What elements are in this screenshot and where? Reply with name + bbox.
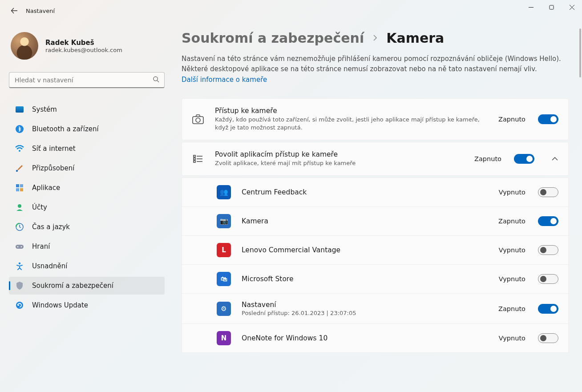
sidebar-item-personalization[interactable]: Přizpůsobení xyxy=(9,159,165,177)
app-toggle[interactable] xyxy=(538,245,558,255)
sidebar-item-label: Síť a internet xyxy=(32,145,76,153)
allow-apps-card[interactable]: Povolit aplikacím přístup ke kameře Zvol… xyxy=(182,142,569,176)
svg-rect-9 xyxy=(16,184,19,187)
svg-point-7 xyxy=(19,150,20,152)
card-title: Přístup ke kameře xyxy=(215,107,488,115)
camera-access-toggle[interactable] xyxy=(538,114,558,124)
sidebar-item-label: Usnadnění xyxy=(32,262,67,270)
sidebar-item-update[interactable]: Windows Update xyxy=(9,296,165,314)
window-controls xyxy=(521,0,582,14)
app-row: LLenovo Commercial VantageVypnuto xyxy=(182,236,569,265)
app-toggle[interactable] xyxy=(538,274,558,284)
toggle-state-label: Zapnuto xyxy=(474,155,501,162)
back-button[interactable] xyxy=(10,6,19,15)
app-toggle[interactable] xyxy=(538,304,558,314)
app-icon: L xyxy=(217,243,231,257)
sidebar-item-privacy[interactable]: Soukromí a zabezpečení xyxy=(9,277,165,295)
sidebar-item-gaming[interactable]: Hraní xyxy=(9,238,165,255)
avatar xyxy=(11,32,38,60)
sidebar-item-accounts[interactable]: Účty xyxy=(9,198,165,216)
app-icon: 🛍 xyxy=(217,272,231,286)
user-profile[interactable]: Radek Kubeš radek.kubes@outlook.com xyxy=(9,32,165,60)
svg-point-16 xyxy=(17,246,19,247)
scrollbar[interactable] xyxy=(579,28,581,77)
app-icon: ⚙ xyxy=(217,302,231,316)
app-row: 🛍Microsoft StoreVypnuto xyxy=(182,265,569,294)
svg-line-5 xyxy=(157,81,159,82)
sidebar-item-apps[interactable]: Aplikace xyxy=(9,179,165,197)
accessibility-icon xyxy=(15,262,24,271)
svg-rect-22 xyxy=(194,155,195,157)
app-row: ⚙NastaveníPoslední přístup: 26.01.2023 |… xyxy=(182,294,569,324)
app-row: 👥Centrum FeedbackVypnuto xyxy=(182,178,569,207)
breadcrumb-parent[interactable]: Soukromí a zabezpečení xyxy=(182,30,364,46)
app-name: Kamera xyxy=(242,217,488,225)
toggle-state-label: Zapnuto xyxy=(498,116,525,123)
chevron-up-icon[interactable] xyxy=(551,154,558,163)
main-content: Soukromí a zabezpečení Kamera Nastavení … xyxy=(174,21,582,392)
sidebar-item-network[interactable]: Síť a internet xyxy=(9,140,165,158)
shield-icon xyxy=(15,281,24,290)
svg-rect-15 xyxy=(16,245,24,249)
sidebar-item-label: Hraní xyxy=(32,242,50,251)
window-title: Nastavení xyxy=(26,8,55,14)
app-toggle[interactable] xyxy=(538,333,558,343)
list-icon xyxy=(192,155,204,163)
app-toggle[interactable] xyxy=(538,216,558,226)
learn-more-link[interactable]: Další informace o kameře xyxy=(182,75,267,85)
svg-point-13 xyxy=(18,204,21,208)
gamepad-icon xyxy=(15,242,24,251)
search-icon xyxy=(153,76,159,85)
camera-icon xyxy=(192,114,204,124)
svg-point-8 xyxy=(16,170,18,172)
sidebar-item-bluetooth[interactable]: Bluetooth a zařízení xyxy=(9,120,165,138)
toggle-state-label: Vypnuto xyxy=(499,275,525,283)
svg-rect-27 xyxy=(194,158,195,160)
app-row: 📷KameraZapnuto xyxy=(182,207,569,236)
allow-apps-toggle[interactable] xyxy=(514,154,534,164)
page-description: Nastavení na této stránce vám neznemožňu… xyxy=(182,54,569,85)
titlebar: Nastavení xyxy=(0,0,582,21)
sidebar-item-accessibility[interactable]: Usnadnění xyxy=(9,257,165,275)
svg-point-4 xyxy=(154,77,158,81)
app-name: OneNote for Windows 10 xyxy=(242,334,488,342)
sidebar-item-label: Windows Update xyxy=(32,301,88,309)
sidebar-item-system[interactable]: Systém xyxy=(9,101,165,118)
close-button[interactable] xyxy=(562,0,582,14)
card-title: Povolit aplikacím přístup ke kameře xyxy=(215,150,464,158)
sidebar-item-time[interactable]: Čas a jazyk xyxy=(9,218,165,236)
sidebar-item-label: Aplikace xyxy=(32,184,60,192)
toggle-state-label: Zapnuto xyxy=(498,305,525,312)
app-name: Nastavení xyxy=(242,301,488,309)
wifi-icon xyxy=(15,144,24,153)
app-icon: 👥 xyxy=(217,185,231,199)
breadcrumb-current: Kamera xyxy=(386,30,444,46)
paintbrush-icon xyxy=(15,164,24,173)
breadcrumb: Soukromí a zabezpečení Kamera xyxy=(182,30,569,46)
app-name: Microsoft Store xyxy=(242,275,488,283)
app-row: NOneNote for Windows 10Vypnuto xyxy=(182,324,569,353)
svg-point-17 xyxy=(21,246,22,247)
monitor-icon xyxy=(15,105,24,114)
svg-point-18 xyxy=(19,263,20,264)
toggle-state-label: Zapnuto xyxy=(498,218,525,225)
search-input[interactable] xyxy=(9,72,165,88)
maximize-button[interactable] xyxy=(541,0,562,14)
search-box xyxy=(9,72,165,88)
chevron-right-icon xyxy=(372,33,378,43)
minimize-button[interactable] xyxy=(521,0,541,14)
app-toggle[interactable] xyxy=(538,187,558,197)
svg-point-21 xyxy=(196,118,200,122)
person-icon xyxy=(15,203,24,212)
app-subtitle: Poslední přístup: 26.01.2023 | 23:07:05 xyxy=(242,310,488,316)
update-icon xyxy=(15,301,24,310)
user-name: Radek Kubeš xyxy=(45,39,122,47)
nav: Systém Bluetooth a zařízení Síť a intern… xyxy=(9,101,165,314)
svg-rect-1 xyxy=(550,5,554,9)
svg-point-19 xyxy=(16,302,23,309)
app-icon: N xyxy=(217,331,231,345)
clock-icon xyxy=(15,222,24,231)
bluetooth-icon xyxy=(15,125,24,133)
toggle-state-label: Vypnuto xyxy=(499,335,525,342)
app-name: Lenovo Commercial Vantage xyxy=(242,246,488,254)
